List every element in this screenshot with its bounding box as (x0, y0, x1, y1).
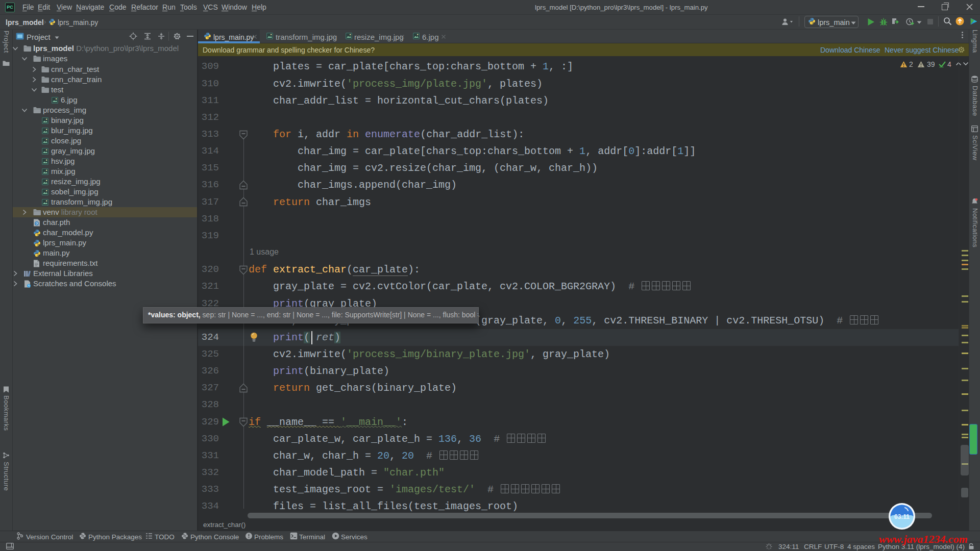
svg-text:?: ? (36, 221, 38, 226)
svg-text:03:11: 03:11 (894, 513, 910, 520)
